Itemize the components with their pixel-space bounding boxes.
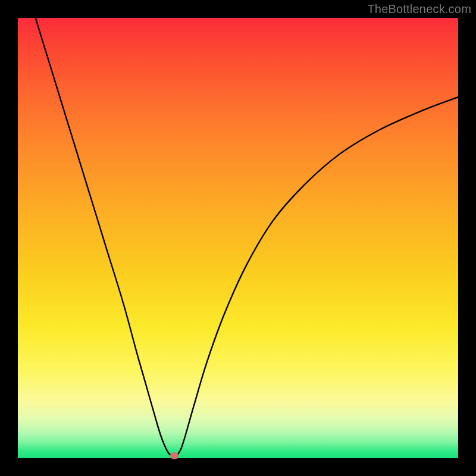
plot-area xyxy=(18,18,458,458)
bottleneck-curve xyxy=(18,18,458,458)
watermark-text: TheBottleneck.com xyxy=(367,2,471,16)
chart-frame: TheBottleneck.com xyxy=(0,0,476,476)
minimum-marker xyxy=(170,452,178,459)
